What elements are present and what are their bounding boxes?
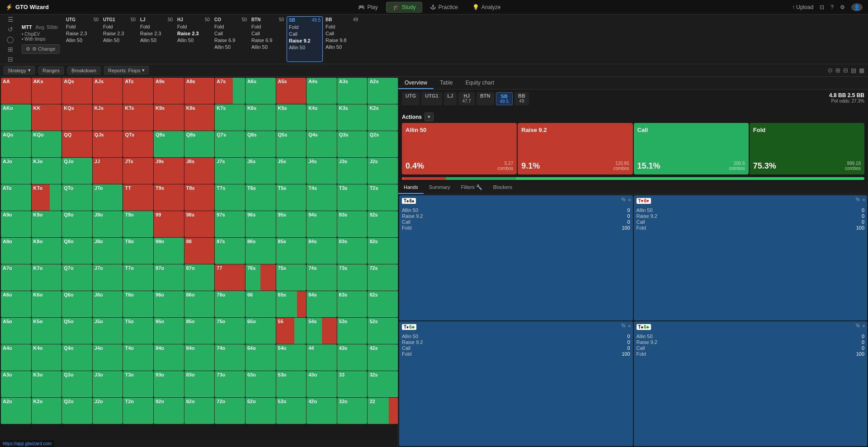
matrix-cell-q9s[interactable]: Q9s <box>154 131 184 157</box>
pill-utg[interactable]: UTG <box>402 92 420 105</box>
matrix-cell-52o[interactable]: 52o <box>276 398 307 424</box>
matrix-cell-jto[interactable]: JTo <box>93 184 123 211</box>
matrix-cell-a3o[interactable]: A3o <box>1 371 31 397</box>
matrix-cell-kqo[interactable]: KQo <box>32 131 62 157</box>
nav-play[interactable]: 🎮 Play <box>352 2 384 12</box>
hands-tab-hands[interactable]: Hands <box>398 183 424 194</box>
matrix-cell-q8o[interactable]: Q8o <box>62 238 92 264</box>
matrix-cell-43s[interactable]: 43s <box>337 344 368 371</box>
matrix-cell-96o[interactable]: 96o <box>154 291 184 317</box>
matrix-cell-ajs[interactable]: AJs <box>93 78 123 104</box>
matrix-cell-qto[interactable]: QTo <box>62 184 92 211</box>
matrix-cell-74s[interactable]: 74s <box>307 264 337 291</box>
matrix-cell-aks[interactable]: AKs <box>32 78 62 104</box>
matrix-cell-77[interactable]: 77 <box>215 264 245 291</box>
matrix-cell-kjs[interactable]: KJs <box>93 104 123 131</box>
pos-bb[interactable]: BB49 Fold Call Raise 9.8 Allin 50 <box>324 16 360 62</box>
matrix-cell-k8o[interactable]: K8o <box>32 238 62 264</box>
matrix-cell-72o[interactable]: 72o <box>215 398 245 424</box>
matrix-cell-kjo[interactable]: KJo <box>32 158 62 184</box>
matrix-cell-73s[interactable]: 73s <box>337 264 368 291</box>
matrix-cell-t9s[interactable]: T9s <box>154 184 184 211</box>
pill-btn[interactable]: BTN <box>476 92 494 105</box>
tab-overview[interactable]: Overview <box>398 77 434 89</box>
matrix-cell-87s[interactable]: 87s <box>215 238 245 264</box>
matrix-cell-aqo[interactable]: AQo <box>1 131 31 157</box>
matrix-cell-a7s[interactable]: A7s <box>215 78 245 104</box>
hands-tab-blockers[interactable]: Blockers <box>488 183 518 194</box>
matrix-cell-96s[interactable]: 96s <box>245 211 276 237</box>
icon1[interactable]: ☰ <box>6 16 14 23</box>
hand-card-3[interactable]: T♦6♣ % × Allin 500 Raise 9.20 Call0 Fold… <box>399 321 633 447</box>
matrix-cell-a2o[interactable]: A2o <box>1 398 31 424</box>
matrix-cell-98s[interactable]: 98s <box>184 211 215 237</box>
matrix-cell-92s[interactable]: 92s <box>368 211 398 237</box>
matrix-cell-j5s[interactable]: J5s <box>276 158 307 184</box>
matrix-cell-k7o[interactable]: K7o <box>32 264 62 291</box>
matrix-cell-t8o[interactable]: T8o <box>123 238 153 264</box>
reports-button[interactable]: Reports: Flops ▾ <box>104 66 149 75</box>
matrix-cell-93s[interactable]: 93s <box>337 211 368 237</box>
matrix-cell-22[interactable]: 22 <box>368 398 398 424</box>
breakdown-button[interactable]: Breakdown <box>67 66 100 75</box>
matrix-cell-j8s[interactable]: J8s <box>184 158 215 184</box>
matrix-cell-87o[interactable]: 87o <box>184 264 215 291</box>
matrix-cell-q2s[interactable]: Q2s <box>368 131 398 157</box>
pos-hj[interactable]: HJ50 Fold Raise 2.3 Allin 50 <box>175 16 212 62</box>
matrix-cell-44[interactable]: 44 <box>307 344 337 371</box>
matrix-cell-64s[interactable]: 64s <box>307 291 337 317</box>
matrix-cell-95o[interactable]: 95o <box>154 318 184 344</box>
matrix-cell-j9o[interactable]: J9o <box>93 211 123 237</box>
pill-lj[interactable]: LJ <box>444 92 457 105</box>
matrix-cell-94s[interactable]: 94s <box>307 211 337 237</box>
pill-utg1[interactable]: UTG1 <box>421 92 442 105</box>
view-icon-3[interactable]: ⊟ <box>843 67 848 74</box>
hands-tab-summary[interactable]: Summary <box>424 183 456 194</box>
matrix-cell-73o[interactable]: 73o <box>215 371 245 397</box>
matrix-cell-a7o[interactable]: A7o <box>1 264 31 291</box>
user-icon[interactable]: 👤 <box>851 3 863 11</box>
matrix-cell-qts[interactable]: QTs <box>123 131 153 157</box>
matrix-cell-t6s[interactable]: T6s <box>245 184 276 211</box>
upload-btn[interactable]: ↑ Upload <box>792 4 813 10</box>
matrix-cell-54o[interactable]: 54o <box>276 344 307 371</box>
matrix-cell-85o[interactable]: 85o <box>184 318 215 344</box>
pos-utg[interactable]: UTG50 Fold Raise 2.3 Allin 50 <box>64 16 100 62</box>
screenshot-icon[interactable]: ⊡ <box>820 4 824 10</box>
matrix-cell-a5o[interactable]: A5o <box>1 318 31 344</box>
matrix-cell-jts[interactable]: JTs <box>123 158 153 184</box>
matrix-cell-t4s[interactable]: T4s <box>307 184 337 211</box>
matrix-cell-33[interactable]: 33 <box>337 371 368 397</box>
matrix-cell-t7o[interactable]: T7o <box>123 264 153 291</box>
matrix-cell-tt[interactable]: TT <box>123 184 153 211</box>
hands-tab-filters[interactable]: Filters 🔧 <box>456 183 488 194</box>
matrix-cell-a3s[interactable]: A3s <box>337 78 368 104</box>
view-icon-5[interactable]: ▦ <box>859 67 864 74</box>
view-icon-1[interactable]: ⊙ <box>828 67 833 74</box>
matrix-cell-j5o[interactable]: J5o <box>93 318 123 344</box>
matrix-cell-q6o[interactable]: Q6o <box>62 291 92 317</box>
actions-dropdown[interactable]: ▾ <box>425 113 434 121</box>
matrix-cell-k5o[interactable]: K5o <box>32 318 62 344</box>
matrix-cell-97o[interactable]: 97o <box>154 264 184 291</box>
matrix-cell-aa[interactable]: AA <box>1 78 31 104</box>
matrix-cell-q5o[interactable]: Q5o <box>62 318 92 344</box>
matrix-cell-a4s[interactable]: A4s <box>307 78 337 104</box>
action-card-fold[interactable]: Fold 75.3% 999.18combos <box>750 123 864 174</box>
nav-study[interactable]: 🎓 Study <box>386 2 423 13</box>
icon5[interactable]: ⊟ <box>6 56 14 63</box>
matrix-cell-q3s[interactable]: Q3s <box>337 131 368 157</box>
matrix-cell-jj[interactable]: JJ <box>93 158 123 184</box>
matrix-cell-q4o[interactable]: Q4o <box>62 344 92 371</box>
matrix-cell-43o[interactable]: 43o <box>307 371 337 397</box>
matrix-cell-t8s[interactable]: T8s <box>184 184 215 211</box>
matrix-cell-a8s[interactable]: A8s <box>184 78 215 104</box>
matrix-cell-t5o[interactable]: T5o <box>123 318 153 344</box>
matrix-cell-99[interactable]: 99 <box>154 211 184 237</box>
matrix-cell-64o[interactable]: 64o <box>245 344 276 371</box>
icon4[interactable]: ⊞ <box>6 46 14 53</box>
help-icon[interactable]: ? <box>830 4 834 10</box>
matrix-cell-j6s[interactable]: J6s <box>245 158 276 184</box>
matrix-cell-k7s[interactable]: K7s <box>215 104 245 131</box>
matrix-cell-k4o[interactable]: K4o <box>32 344 62 371</box>
